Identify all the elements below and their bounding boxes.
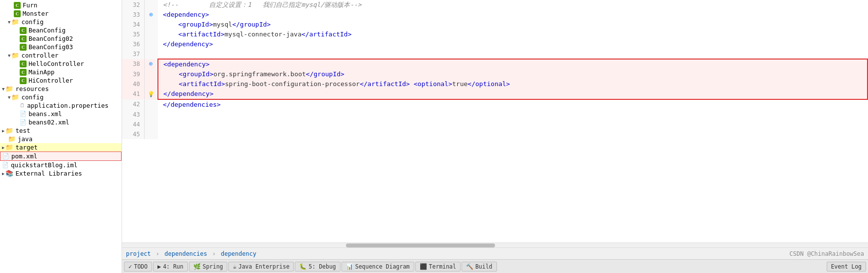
sidebar-item-furn[interactable]: C Furn	[0, 1, 122, 9]
sidebar-label: Monster	[23, 10, 49, 17]
line-number: 39	[122, 69, 144, 79]
sidebar-label: HelloController	[29, 60, 84, 67]
xml-icon: 📄	[20, 111, 27, 117]
sequence-diagram-button[interactable]: 📊 Sequence Diagram	[341, 262, 414, 272]
sidebar-item-java[interactable]: 📁 java	[0, 135, 122, 143]
build-label: Build	[475, 263, 493, 270]
gutter	[144, 69, 158, 79]
sidebar-item-beanconfig02[interactable]: C BeanConfig02	[0, 34, 122, 43]
bookmark-icon: ⊕	[149, 11, 153, 18]
sidebar-item-config2[interactable]: ▼ 📁 config	[0, 93, 122, 101]
tag-text: </dependency>	[163, 90, 214, 97]
tag-text: </groupId>	[306, 70, 344, 78]
tag-text: </artifactId>	[302, 30, 352, 38]
sidebar-item-target[interactable]: ▶ 📁 target	[0, 143, 122, 152]
gutter	[144, 20, 158, 30]
sidebar-item-hicontroller[interactable]: C HiController	[0, 76, 122, 85]
run-button[interactable]: ▶ 4: Run	[153, 262, 188, 272]
breadcrumb: project › dependencies › dependency	[126, 250, 789, 257]
folder-icon: 📁	[5, 85, 13, 92]
arrow-icon: ▼	[2, 87, 4, 91]
spring-button[interactable]: 🌿 Spring	[189, 262, 228, 272]
table-row: 36 </dependency>	[122, 39, 868, 49]
sidebar-item-monster[interactable]: C Monster	[0, 9, 122, 18]
sidebar-item-extlibs[interactable]: ▶ 📚 External Libraries	[0, 169, 122, 178]
sidebar-item-test[interactable]: ▶ 📁 test	[0, 126, 122, 135]
class-icon: C	[20, 61, 27, 67]
folder-icon: 📁	[11, 93, 19, 101]
code-line-content: <groupId>mysql</groupId>	[158, 20, 868, 30]
class-icon: C	[20, 69, 27, 76]
tag-text: <artifactId>	[178, 30, 224, 38]
build-button[interactable]: 🔨 Build	[462, 262, 497, 272]
folder-icon: 📚	[5, 170, 13, 177]
sidebar-label: beans02.xml	[29, 119, 69, 126]
code-line-content: <dependency>	[158, 59, 868, 69]
line-number: 33	[122, 10, 144, 20]
sidebar-item-controller[interactable]: ▼ 📁 controller	[0, 51, 122, 60]
arrow-icon: ▼	[8, 95, 10, 100]
run-icon: ▶	[157, 263, 161, 270]
sidebar-item-beans[interactable]: 📄 beans.xml	[0, 110, 122, 118]
breadcrumb-sep: ›	[212, 250, 216, 257]
sidebar-label: resources	[15, 85, 49, 92]
sidebar-label: beans.xml	[29, 110, 62, 118]
sidebar-item-beanconfig03[interactable]: C BeanConfig03	[0, 43, 122, 51]
sidebar-item-mainapp[interactable]: C MainApp	[0, 68, 122, 76]
todo-button[interactable]: ✓ TODO	[124, 262, 152, 272]
event-log-button[interactable]: Event Log	[827, 262, 866, 272]
code-line-content	[158, 110, 868, 120]
breadcrumb-project[interactable]: project	[126, 250, 151, 257]
code-line-content: </dependency>	[158, 89, 868, 99]
table-row: 45	[122, 129, 868, 139]
arrow-icon: ▼	[8, 20, 10, 25]
sidebar-label: config	[21, 18, 43, 26]
sidebar-item-pomxml[interactable]: 📄 pom.xml	[0, 152, 122, 161]
line-number: 45	[122, 129, 144, 139]
debug-button[interactable]: 🐛 5: Debug	[295, 262, 340, 272]
spring-label: Spring	[203, 263, 223, 270]
sidebar-item-appprops[interactable]: 🗒 application.properties	[0, 101, 122, 110]
folder-icon: 📁	[11, 18, 19, 26]
sidebar-label: MainApp	[29, 68, 55, 76]
gutter	[144, 79, 158, 89]
sidebar-label: target	[15, 144, 37, 151]
sidebar-item-beanconfig[interactable]: C BeanConfig	[0, 26, 122, 34]
horizontal-scrollbar[interactable]	[122, 243, 868, 247]
terminal-button[interactable]: ⬛ Terminal	[415, 262, 461, 272]
run-label: 4: Run	[163, 263, 184, 270]
editor-area: 32 <!-- 自定义设置：1 我们自己指定mysql/驱动版本--> 33 ⊕…	[122, 0, 868, 273]
class-icon: C	[20, 77, 27, 84]
iml-icon: 📄	[2, 162, 9, 168]
sidebar-label: java	[18, 135, 32, 143]
breadcrumb-dependencies[interactable]: dependencies	[164, 250, 207, 257]
scroll-thumb[interactable]	[346, 243, 495, 247]
bookmark-icon: ⊕	[149, 60, 153, 67]
build-icon: 🔨	[466, 263, 473, 270]
code-content[interactable]: 32 <!-- 自定义设置：1 我们自己指定mysql/驱动版本--> 33 ⊕…	[122, 0, 868, 243]
arrow-icon: ▼	[8, 53, 10, 58]
sidebar-label: quickstartBlog.iml	[11, 161, 77, 169]
seqdiag-label: Sequence Diagram	[355, 263, 410, 270]
table-row: 35 <artifactId>mysql-connector-java</art…	[122, 30, 868, 39]
code-line-content: <artifactId>spring-boot-configuration-pr…	[158, 79, 868, 89]
gutter	[144, 99, 158, 110]
sidebar-item-quickstart[interactable]: 📄 quickstartBlog.iml	[0, 161, 122, 169]
sidebar-item-hellocontroller[interactable]: C HelloController	[0, 60, 122, 68]
class-icon: C	[20, 35, 27, 42]
class-icon: C	[14, 10, 21, 17]
sidebar-item-beans02[interactable]: 📄 beans02.xml	[0, 118, 122, 126]
class-icon: C	[20, 44, 27, 51]
sidebar-item-config[interactable]: ▼ 📁 config	[0, 18, 122, 26]
table-row: 33 ⊕ <dependency>	[122, 10, 868, 20]
sidebar-label: BeanConfig02	[29, 35, 73, 42]
line-number: 41	[122, 89, 144, 99]
breadcrumb-sep: ›	[156, 250, 159, 257]
breadcrumb-dependency[interactable]: dependency	[221, 250, 256, 257]
tag-text: <dependency>	[163, 11, 209, 18]
line-number: 34	[122, 20, 144, 30]
java-enterprise-button[interactable]: ☕ Java Enterprise	[228, 262, 294, 272]
line-number: 38	[122, 59, 144, 69]
sidebar-label: HiController	[29, 77, 73, 84]
sidebar-item-resources[interactable]: ▼ 📁 resources	[0, 85, 122, 93]
